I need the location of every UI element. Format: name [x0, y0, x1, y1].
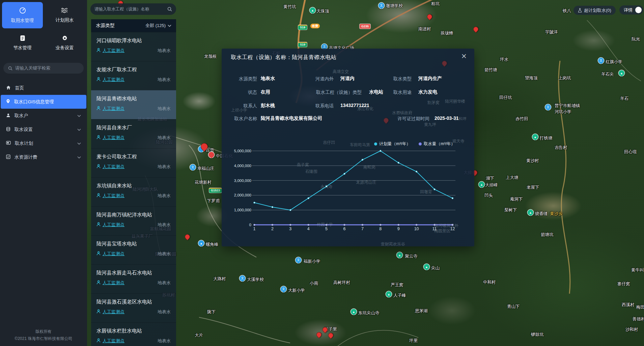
- chevron-down-icon[interactable]: [77, 113, 81, 118]
- poi-icon: ▲: [528, 210, 533, 215]
- map-label: 墩塘学校: [386, 3, 403, 9]
- monitor-type-link[interactable]: 人工监测点: [103, 338, 124, 344]
- station-list-item[interactable]: 陆河县宝塔水电站人工监测点地表水: [91, 235, 176, 264]
- monitor-type-link[interactable]: 人工监测点: [103, 251, 124, 257]
- over-plan-alert-label: 超计划取水(0): [584, 7, 611, 14]
- sidebar-item-4[interactable]: 取水设置: [0, 123, 87, 136]
- toggle-knob[interactable]: [635, 7, 642, 13]
- app-tile-2[interactable]: 计划用水: [44, 2, 85, 28]
- sidebar-item-2[interactable]: 取水口GIS信息管理: [1, 95, 86, 109]
- app-tile-1[interactable]: 取用水管理: [2, 2, 43, 28]
- map-label: 聚云寺: [405, 254, 418, 259]
- map-label-ghost: 高塘立交: [333, 69, 349, 75]
- station-sub-row: 人工监测点地表水: [96, 77, 171, 83]
- station-sub-row: 人工监测点地表水: [96, 164, 171, 170]
- monitor-type-link[interactable]: 人工监测点: [103, 164, 124, 170]
- station-search-placeholder: 请输入取水工程（设施）名称: [94, 6, 167, 12]
- chevron-down-icon[interactable]: [77, 127, 81, 132]
- monitor-type-link[interactable]: 人工监测点: [103, 193, 124, 199]
- map-label: 龙颈根: [204, 54, 217, 59]
- map-label: 阮光: [632, 36, 640, 42]
- station-list-item[interactable]: 陆河县自来水厂人工监测点地表水: [91, 119, 176, 148]
- chevron-down-icon[interactable]: [168, 25, 171, 27]
- svg-text:7: 7: [361, 227, 364, 231]
- field-value: 陆河县青磜水电发展有限公司: [261, 115, 322, 122]
- monitor-type-link[interactable]: 人工监测点: [103, 106, 124, 112]
- station-name: 友能水厂取水工程: [96, 66, 171, 73]
- map-label: 大新小学: [288, 288, 305, 293]
- mountain-poi-icon: ▲: [386, 291, 392, 297]
- map-label: 天珠顶: [316, 8, 329, 14]
- sidebar-item-1[interactable]: 首页: [0, 81, 87, 95]
- map-label-ghost: 黄九坪: [424, 122, 436, 128]
- sidebar-item-label: 取水计划: [15, 140, 33, 147]
- sidebar-search-input[interactable]: 请输入关键字检索: [3, 63, 84, 74]
- temple-poi-icon: ▲: [351, 309, 357, 315]
- monitor-type-link[interactable]: 人工监测点: [103, 77, 124, 83]
- field-label: 取水工程（设施）类型: [316, 89, 362, 96]
- map-label-ghost: 南蛇岗: [363, 164, 375, 170]
- detail-label: 详情: [624, 7, 633, 13]
- app-tile-label: 计划用水: [56, 17, 74, 23]
- station-list-item[interactable]: 水唇镇水栏肚水电站人工监测点地表水: [91, 322, 176, 346]
- source-type-filter: 水源类型 全部 (125): [91, 19, 176, 32]
- map-label: 上岗坑: [558, 75, 571, 81]
- water-source-label: 地表水: [158, 77, 171, 83]
- monitor-type-link[interactable]: 人工监测点: [103, 48, 124, 54]
- filter-value[interactable]: 全部 (125): [145, 23, 166, 29]
- water-source-label: 地表水: [158, 106, 171, 112]
- station-search-input[interactable]: 请输入取水工程（设施）名称: [90, 3, 176, 15]
- close-icon[interactable]: ×: [461, 52, 467, 60]
- app-tile-label: 节水管理: [13, 45, 32, 51]
- map-label-ghost: 竹园小学: [317, 222, 333, 228]
- map-label-ghost: 永兴寺: [320, 184, 333, 190]
- station-list-panel: 水源类型 全部 (125) 河口镇唱歌潭水电站人工监测点地表水友能水厂取水工程人…: [91, 19, 176, 346]
- app-tile-4[interactable]: 业务设置: [44, 30, 85, 56]
- road-shield: S19: [298, 25, 307, 30]
- filter-label: 水源类型: [96, 23, 115, 29]
- station-list-item[interactable]: 陆河县激石溪老区水电站人工监测点地表水: [91, 293, 176, 322]
- field-value: 河道内: [340, 76, 355, 82]
- person-icon: [96, 338, 101, 344]
- station-list-item[interactable]: 陆河县水唇走马石水电站人工监测点地表水: [91, 264, 176, 293]
- map-label: 黄竹坑: [283, 4, 296, 10]
- water-source-label: 地表水: [158, 135, 171, 141]
- station-list-item[interactable]: 友能水厂取水工程人工监测点地表水: [91, 61, 176, 90]
- map-label: 打铁塘: [540, 135, 553, 141]
- chevron-down-icon[interactable]: [77, 155, 81, 160]
- chart-icon: [6, 155, 10, 160]
- search-icon[interactable]: [167, 7, 172, 11]
- monitor-type-link[interactable]: 人工监测点: [103, 309, 124, 315]
- sidebar-item-6[interactable]: 水资源计费: [0, 150, 87, 164]
- sidebar-item-5[interactable]: 取水计划: [0, 136, 87, 150]
- sidebar-item-label: 取水口GIS信息管理: [14, 99, 54, 105]
- field-value: 在用: [261, 89, 270, 95]
- station-list: 河口镇唱歌潭水电站人工监测点地表水友能水厂取水工程人工监测点地表水陆河县青磜水电…: [91, 32, 176, 346]
- over-plan-alert-button[interactable]: 超计划取水(0): [573, 6, 616, 15]
- station-list-item[interactable]: 陆河县青磜水电站人工监测点地表水: [91, 90, 176, 119]
- station-list-item[interactable]: 河口镇唱歌潭水电站人工监测点地表水: [91, 32, 176, 61]
- map-label: 中和村: [483, 280, 496, 285]
- sidebar: 取用水管理计划用水节水管理业务设置 请输入关键字检索 首页取水口GIS信息管理取…: [0, 0, 87, 346]
- station-list-item[interactable]: 麦卡公司取水工程人工监测点地表水: [91, 148, 176, 177]
- sidebar-item-label: 取水设置: [15, 127, 33, 133]
- mountain-poi-icon: ▲: [310, 7, 315, 13]
- monitor-type-link[interactable]: 人工监测点: [103, 135, 124, 141]
- station-list-item[interactable]: 东坑镇自来水站人工监测点地表水: [91, 177, 176, 206]
- station-sub-row: 人工监测点地表水: [96, 338, 171, 344]
- app-tile-3[interactable]: 节水管理: [2, 30, 43, 56]
- user-icon: [6, 113, 10, 118]
- detail-toggle[interactable]: 详情: [619, 5, 643, 15]
- monitor-type-link[interactable]: 人工监测点: [103, 280, 124, 286]
- water-source-label: 地表水: [158, 48, 171, 54]
- sidebar-item-label: 首页: [15, 85, 24, 91]
- map-label: 望海顶: [525, 75, 538, 81]
- sidebar-item-3[interactable]: 取水户: [0, 109, 87, 123]
- station-sub-row: 人工监测点地表水: [96, 193, 171, 199]
- chevron-down-icon[interactable]: [77, 141, 81, 146]
- sidebar-item-label: 取水户: [15, 113, 28, 119]
- monitor-type-link[interactable]: 人工监测点: [103, 222, 124, 228]
- station-list-item[interactable]: 陆河县南万镇杞洋水电站人工监测点地表水: [91, 206, 176, 235]
- station-name: 陆河县宝塔水电站: [96, 241, 171, 247]
- field-label: 水源类型: [239, 76, 257, 82]
